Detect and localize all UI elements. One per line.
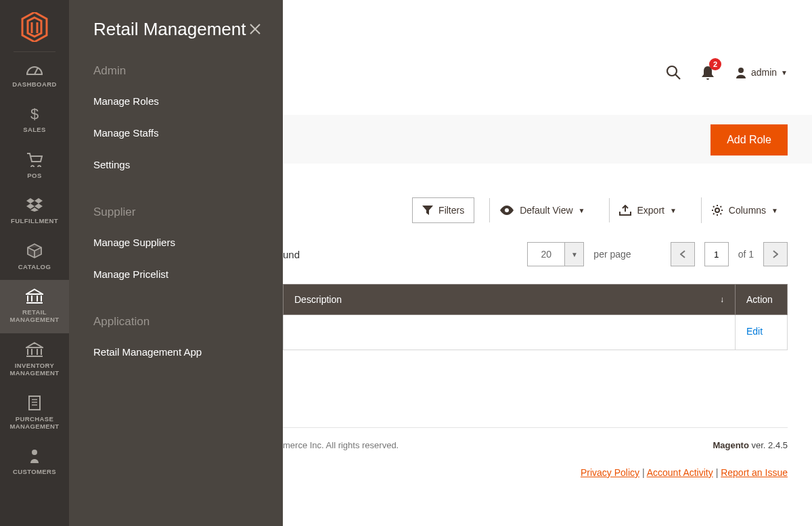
close-icon[interactable] (248, 22, 263, 37)
gear-icon (711, 204, 723, 216)
default-view-label: Default View (520, 205, 572, 216)
sort-arrow-icon: ↓ (720, 295, 724, 304)
report-issue-link[interactable]: Report an Issue (721, 467, 788, 478)
copyright-text: merce Inc. All rights reserved. (283, 440, 399, 450)
privacy-policy-link[interactable]: Privacy Policy (581, 467, 639, 478)
columns-label: Columns (729, 205, 766, 216)
svg-point-2 (32, 450, 37, 455)
user-label: admin (751, 67, 777, 78)
export-dropdown[interactable]: Export ▼ (609, 198, 685, 222)
nav-catalog[interactable]: CATALOG (0, 235, 69, 280)
bank-icon (25, 341, 44, 358)
search-icon[interactable] (666, 65, 681, 80)
columns-dropdown[interactable]: Columns ▼ (701, 197, 788, 223)
default-view-dropdown[interactable]: Default View ▼ (489, 198, 594, 222)
funnel-icon (422, 206, 433, 215)
svg-point-5 (505, 208, 509, 212)
flyout-link-manage-suppliers[interactable]: Manage Suppliers (93, 237, 258, 248)
pager-row: und 20 ▼ per page of 1 (283, 242, 788, 266)
gauge-icon (25, 60, 44, 76)
flyout-panel: Retail Management Admin Manage Roles Man… (69, 0, 283, 526)
account-activity-link[interactable]: Account Activity (647, 467, 713, 478)
cell-description (284, 315, 736, 350)
page-input[interactable] (704, 242, 729, 266)
nav-label: SALES (23, 126, 46, 133)
user-menu[interactable]: admin ▼ (735, 66, 788, 78)
flyout-link-settings[interactable]: Settings (93, 159, 258, 170)
notification-badge: 2 (709, 58, 721, 70)
flyout-link-manage-roles[interactable]: Manage Roles (93, 95, 258, 107)
nav-label: POS (27, 172, 41, 179)
col-description[interactable]: Description ↓ (284, 285, 736, 314)
nav-label: DASHBOARD (12, 80, 56, 88)
page-total: of 1 (738, 249, 754, 260)
flyout-link-manage-staffs[interactable]: Manage Staffs (93, 127, 258, 139)
dollar-icon: $ (25, 105, 44, 122)
notification-icon[interactable]: 2 (701, 65, 715, 80)
svg-point-6 (715, 208, 719, 212)
nav-label: PURCHASE MANAGEMENT (9, 415, 59, 431)
flyout-title: Retail Management (93, 18, 258, 41)
flyout-link-retail-app[interactable]: Retail Management App (93, 346, 258, 358)
data-table: Description ↓ Action Edit (283, 284, 788, 350)
svg-point-4 (738, 68, 744, 73)
nav-sales[interactable]: $ SALES (0, 97, 69, 143)
flyout-link-manage-pricelist[interactable]: Manage Pricelist (93, 268, 258, 280)
prev-page-button[interactable] (671, 242, 695, 266)
filters-button[interactable]: Filters (412, 197, 474, 223)
nav-label: INVENTORY MANAGEMENT (9, 362, 59, 377)
nav-inventory-management[interactable]: INVENTORY MANAGEMENT (0, 333, 69, 387)
nav-retail-management[interactable]: RETAIL MANAGEMENT (0, 280, 69, 333)
export-label: Export (637, 205, 664, 216)
eye-icon (499, 206, 514, 215)
records-found: und (283, 249, 300, 260)
page-size-select[interactable]: 20 ▼ (527, 242, 584, 266)
nav-purchase-management[interactable]: PURCHASE MANAGEMENT (0, 387, 69, 440)
add-role-button[interactable]: Add Role (710, 124, 788, 156)
receipt-icon (25, 395, 44, 411)
flyout-section-application: Application (93, 315, 258, 329)
next-page-button[interactable] (763, 242, 788, 266)
svg-point-3 (667, 66, 677, 76)
magento-version: Magento ver. 2.4.5 (713, 440, 788, 450)
page-size-value: 20 (527, 242, 565, 266)
nav-label: FULFILLMENT (11, 217, 58, 224)
grid-toolbar: Filters Default View ▼ Export ▼ Columns … (283, 197, 788, 223)
footer-links: Privacy Policy | Account Activity | Repo… (581, 467, 788, 478)
caret-down-icon: ▼ (579, 207, 585, 214)
header-tools: 2 admin ▼ (666, 65, 788, 80)
cart-icon (25, 151, 44, 168)
primary-nav: DASHBOARD $ SALES POS FULFILLMENT CATALO… (0, 0, 69, 526)
caret-down-icon: ▼ (670, 207, 677, 214)
nav-label: CUSTOMERS (13, 468, 56, 475)
caret-down-icon: ▼ (771, 207, 778, 214)
svg-rect-1 (29, 396, 40, 410)
footer: merce Inc. All rights reserved. Magento … (283, 427, 788, 450)
svg-text:$: $ (30, 105, 39, 122)
person-icon (25, 448, 44, 464)
edit-link[interactable]: Edit (736, 315, 787, 350)
nav-label: RETAIL MANAGEMENT (9, 308, 59, 324)
col-action: Action (736, 285, 787, 314)
caret-down-icon: ▼ (781, 69, 788, 76)
flyout-section-supplier: Supplier (93, 206, 258, 219)
nav-pos[interactable]: POS (0, 143, 69, 189)
flyout-section-admin: Admin (93, 64, 258, 78)
caret-down-icon: ▼ (565, 242, 584, 266)
dropbox-icon (25, 197, 44, 213)
cube-icon (25, 243, 44, 259)
nav-fulfillment[interactable]: FULFILLMENT (0, 189, 69, 234)
magento-logo[interactable] (20, 12, 49, 42)
export-icon (619, 205, 631, 216)
per-page-label: per page (593, 249, 631, 260)
nav-dashboard[interactable]: DASHBOARD (0, 52, 69, 97)
table-header: Description ↓ Action (283, 284, 788, 315)
table-row: Edit (283, 315, 788, 350)
bank-icon (25, 288, 44, 304)
nav-customers[interactable]: CUSTOMERS (0, 439, 69, 485)
nav-label: CATALOG (18, 263, 51, 270)
filters-label: Filters (438, 205, 464, 216)
